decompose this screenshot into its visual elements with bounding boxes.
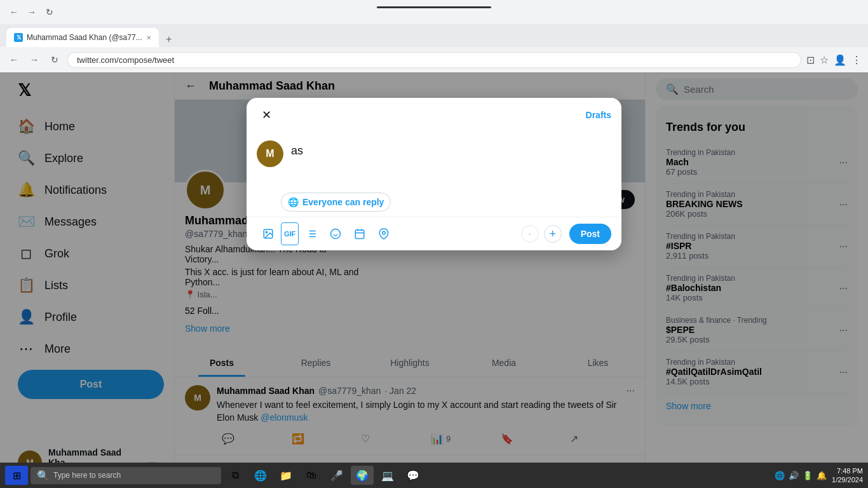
compose-text-input[interactable]: as — [291, 144, 611, 182]
browser-titlebar: ← → ↻ — [0, 0, 868, 24]
screen-cast-icon[interactable]: ⊡ — [806, 54, 815, 66]
compose-input-area: as — [291, 140, 611, 182]
gif-button[interactable]: GIF — [281, 222, 299, 245]
post-submit-button[interactable]: Post — [569, 224, 611, 244]
tab-bar: 𝕏 Muhammad Saad Khan (@sa77... ✕ + — [0, 24, 868, 47]
task-view-button[interactable]: ⧉ — [224, 466, 247, 485]
browser-forward-button[interactable]: → — [27, 52, 42, 67]
browser-menu-icon[interactable]: ⋮ — [851, 54, 862, 66]
svg-point-1 — [266, 231, 267, 233]
notification-taskbar-icon[interactable]: 🔔 — [817, 471, 827, 480]
address-actions: ⊡ ☆ 👤 ⋮ — [806, 54, 862, 66]
profile-icon[interactable]: 👤 — [834, 54, 846, 66]
taskbar-search[interactable]: 🔍 Type here to search — [31, 467, 221, 484]
file-explorer-taskbar[interactable]: 📁 — [275, 466, 297, 485]
network-icon[interactable]: 🌐 — [775, 471, 785, 480]
svg-rect-11 — [356, 230, 365, 239]
reload-button[interactable]: ↻ — [42, 4, 57, 20]
edge-browser-taskbar[interactable]: 🌐 — [249, 466, 272, 485]
svg-point-15 — [383, 231, 386, 234]
volume-icon[interactable]: 🔊 — [789, 471, 799, 480]
modal-header: ✕ Drafts — [247, 98, 621, 133]
taskbar-search-text: Type here to search — [53, 471, 121, 480]
active-tab[interactable]: 𝕏 Muhammad Saad Khan (@sa77... ✕ — [6, 28, 159, 47]
recorder-taskbar[interactable]: 🎤 — [325, 466, 348, 485]
system-tray: 🌐 🔊 🔋 🔔 — [775, 471, 827, 480]
vscode-taskbar[interactable]: 💻 — [376, 466, 399, 485]
compose-area: M as — [247, 133, 621, 190]
emoji-button[interactable] — [324, 222, 347, 245]
store-taskbar[interactable]: 🛍 — [300, 466, 323, 485]
browser-reload-button[interactable]: ↻ — [47, 52, 62, 67]
character-counter: · — [521, 225, 539, 243]
url-box[interactable]: twitter.com/compose/tweet — [67, 52, 801, 68]
location-button[interactable] — [372, 222, 395, 245]
discord-taskbar[interactable]: 💬 — [402, 466, 424, 485]
back-button[interactable]: ← — [6, 4, 22, 20]
new-tab-button[interactable]: + — [161, 32, 177, 47]
compose-avatar: M — [257, 140, 283, 167]
reply-permission-label: Everyone can reply — [302, 197, 384, 207]
system-clock[interactable]: 7:48 PM 1/29/2024 — [832, 466, 863, 485]
address-bar: ← → ↻ twitter.com/compose/tweet ⊡ ☆ 👤 ⋮ — [0, 47, 868, 72]
battery-icon[interactable]: 🔋 — [803, 471, 813, 480]
browser-taskbar-active[interactable]: 🌍 — [351, 466, 374, 485]
schedule-button[interactable] — [348, 222, 371, 245]
browser-back-button[interactable]: ← — [6, 52, 22, 67]
globe-icon: 🌐 — [288, 197, 299, 207]
taskbar-right: 🌐 🔊 🔋 🔔 7:48 PM 1/29/2024 — [775, 466, 863, 485]
clock-time: 7:48 PM — [832, 466, 863, 475]
modal-close-button[interactable]: ✕ — [257, 105, 276, 125]
compose-toolbar: GIF — [247, 217, 621, 250]
poll-button[interactable] — [300, 222, 323, 245]
url-text: twitter.com/compose/tweet — [77, 55, 174, 65]
compose-modal: ✕ Drafts M as 🌐 Everyone can reply GIF — [247, 98, 621, 250]
reply-permission-selector[interactable]: 🌐 Everyone can reply — [281, 193, 391, 212]
bookmark-star-icon[interactable]: ☆ — [820, 54, 829, 66]
taskbar-search-icon: 🔍 — [37, 470, 50, 482]
toolbar-icons: GIF — [257, 222, 521, 245]
clock-date: 1/29/2024 — [832, 475, 863, 484]
add-thread-button[interactable]: + — [544, 225, 562, 243]
tab-favicon: 𝕏 — [14, 33, 23, 42]
compose-modal-overlay: ✕ Drafts M as 🌐 Everyone can reply GIF — [0, 72, 868, 488]
start-button[interactable]: ⊞ — [5, 466, 28, 485]
taskbar: ⊞ 🔍 Type here to search ⧉ 🌐 📁 🛍 🎤 🌍 💻 💬 … — [0, 463, 868, 488]
tab-close-button[interactable]: ✕ — [146, 34, 151, 41]
forward-button[interactable]: → — [24, 4, 39, 20]
browser-controls: ← → ↻ — [6, 4, 57, 20]
tab-title: Muhammad Saad Khan (@sa77... — [27, 33, 142, 42]
svg-point-8 — [331, 229, 341, 239]
drafts-button[interactable]: Drafts — [586, 110, 611, 120]
image-upload-button[interactable] — [257, 222, 280, 245]
